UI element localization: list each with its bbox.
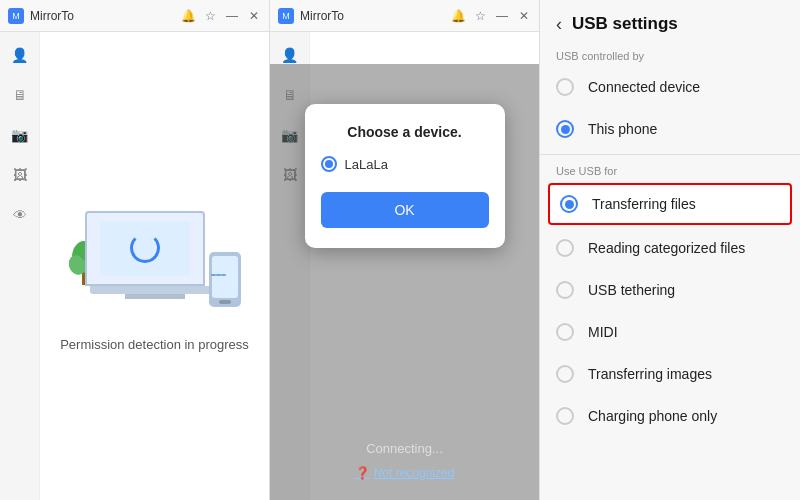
transferring-images-label: Transferring images xyxy=(588,366,712,382)
titlebar-title-panel1: MirrorTo xyxy=(30,9,175,23)
titlebar-controls-panel2: 🔔 ☆ — ✕ xyxy=(451,9,531,23)
radio-circle-charging-phone-only xyxy=(556,407,574,425)
panel3-title: USB settings xyxy=(572,14,678,34)
radio-row-midi[interactable]: MIDI xyxy=(540,311,800,353)
radio-dot xyxy=(325,160,333,168)
laptop-stand xyxy=(125,294,185,299)
dialog-option-lalala[interactable]: LaLaLa xyxy=(321,156,489,172)
laptop-screen-inner xyxy=(100,221,190,276)
overlay-panel2: Choose a device. LaLaLa OK Connecting...… xyxy=(270,64,539,500)
this-phone-label: This phone xyxy=(588,121,657,137)
panel3-usb-settings: ‹ USB settings USB controlled by Connect… xyxy=(540,0,800,500)
main-content-panel1: Permission detection in progress xyxy=(40,32,269,500)
titlebar-title-panel2: MirrorTo xyxy=(300,9,445,23)
illustration xyxy=(65,181,245,321)
sidebar-icon-person-2[interactable]: 👤 xyxy=(279,44,301,66)
notification-icon[interactable]: 🔔 xyxy=(181,9,195,23)
titlebar-controls-panel1: 🔔 ☆ — ✕ xyxy=(181,9,261,23)
loading-spinner xyxy=(130,233,160,263)
panel1-mirrorto: M MirrorTo 🔔 ☆ — ✕ 👤 🖥 📷 🖼 👁 xyxy=(0,0,270,500)
question-icon: ❓ xyxy=(355,466,370,480)
radio-circle-usb-tethering xyxy=(556,281,574,299)
radio-circle-connected-device xyxy=(556,78,574,96)
not-recognized-text[interactable]: Not recognized xyxy=(374,466,455,480)
device-option-label: LaLaLa xyxy=(345,157,388,172)
sidebar-icon-camera[interactable]: 📷 xyxy=(9,124,31,146)
panel2-mirrorto: M MirrorTo 🔔 ☆ — ✕ 👤 🖥 📷 🖼 Choose a devi… xyxy=(270,0,540,500)
app-icon-panel1: M xyxy=(8,8,24,24)
minimize-icon[interactable]: — xyxy=(225,9,239,23)
sidebar-icon-gallery[interactable]: 🖼 xyxy=(9,164,31,186)
titlebar-panel2: M MirrorTo 🔔 ☆ — ✕ xyxy=(270,0,539,32)
radio-row-this-phone[interactable]: This phone xyxy=(540,108,800,150)
svg-rect-8 xyxy=(216,274,221,276)
close-icon[interactable]: ✕ xyxy=(247,9,261,23)
sidebar-left-panel1: 👤 🖥 📷 🖼 👁 xyxy=(0,32,40,500)
laptop-screen xyxy=(85,211,205,286)
ok-button[interactable]: OK xyxy=(321,192,489,228)
svg-rect-9 xyxy=(221,274,226,276)
laptop-illustration xyxy=(85,211,225,301)
transferring-files-label: Transferring files xyxy=(592,196,696,212)
close-icon-2[interactable]: ✕ xyxy=(517,9,531,23)
radio-circle-midi xyxy=(556,323,574,341)
laptop-base xyxy=(90,286,220,294)
usb-tethering-label: USB tethering xyxy=(588,282,675,298)
radio-row-transferring-files[interactable]: Transferring files xyxy=(550,185,790,223)
sidebar-icon-eye[interactable]: 👁 xyxy=(9,204,31,226)
radio-row-charging-phone-only[interactable]: Charging phone only xyxy=(540,395,800,437)
connecting-text: Connecting... xyxy=(366,441,443,456)
dialog-title: Choose a device. xyxy=(347,124,461,140)
permission-status-text: Permission detection in progress xyxy=(60,337,249,352)
radio-row-transferring-images[interactable]: Transferring images xyxy=(540,353,800,395)
radio-circle-reading-categorized xyxy=(556,239,574,257)
divider-1 xyxy=(540,154,800,155)
sidebar-icon-person[interactable]: 👤 xyxy=(9,44,31,66)
not-recognized-link[interactable]: ❓ Not recognized xyxy=(355,466,455,480)
radio-dot-transferring-files xyxy=(565,200,574,209)
usb-controlled-by-label: USB controlled by xyxy=(540,44,800,66)
star-icon[interactable]: ☆ xyxy=(203,9,217,23)
panel2-body: 👤 🖥 📷 🖼 Choose a device. LaLaLa OK Conn xyxy=(270,32,539,500)
use-usb-for-label: Use USB for xyxy=(540,159,800,181)
midi-label: MIDI xyxy=(588,324,618,340)
radio-row-reading-categorized[interactable]: Reading categorized files xyxy=(540,227,800,269)
app-icon-panel2: M xyxy=(278,8,294,24)
minimize-icon-2[interactable]: — xyxy=(495,9,509,23)
sidebar-icon-screen[interactable]: 🖥 xyxy=(9,84,31,106)
radio-selected-icon xyxy=(321,156,337,172)
titlebar-panel1: M MirrorTo 🔔 ☆ — ✕ xyxy=(0,0,269,32)
svg-rect-7 xyxy=(211,274,216,276)
charging-phone-only-label: Charging phone only xyxy=(588,408,717,424)
svg-rect-6 xyxy=(219,300,231,304)
back-button[interactable]: ‹ xyxy=(556,15,562,33)
reading-categorized-label: Reading categorized files xyxy=(588,240,745,256)
radio-circle-transferring-files xyxy=(560,195,578,213)
star-icon-2[interactable]: ☆ xyxy=(473,9,487,23)
highlighted-transferring-files: Transferring files xyxy=(548,183,792,225)
radio-dot-this-phone xyxy=(561,125,570,134)
notification-icon-2[interactable]: 🔔 xyxy=(451,9,465,23)
radio-circle-transferring-images xyxy=(556,365,574,383)
radio-row-connected-device[interactable]: Connected device xyxy=(540,66,800,108)
radio-row-usb-tethering[interactable]: USB tethering xyxy=(540,269,800,311)
panel3-header: ‹ USB settings xyxy=(540,0,800,44)
svg-rect-5 xyxy=(212,256,238,298)
choose-device-dialog: Choose a device. LaLaLa OK xyxy=(305,104,505,248)
panel1-body: 👤 🖥 📷 🖼 👁 xyxy=(0,32,269,500)
panel2-bottom-info: Connecting... ❓ Not recognized xyxy=(355,441,455,480)
phone-icon xyxy=(205,252,245,311)
connected-device-label: Connected device xyxy=(588,79,700,95)
radio-circle-this-phone xyxy=(556,120,574,138)
